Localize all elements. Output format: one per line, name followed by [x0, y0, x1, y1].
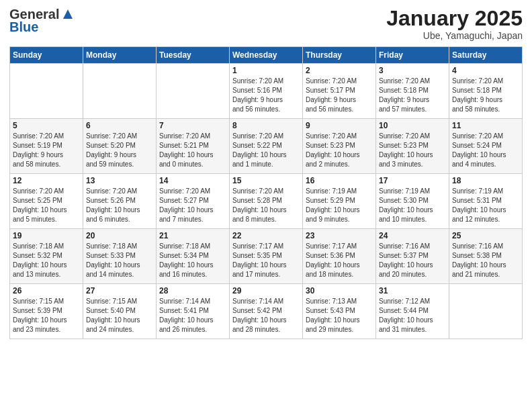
day-info: Sunrise: 7:18 AMSunset: 5:33 PMDaylight:… [86, 242, 153, 279]
calendar-cell: 12Sunrise: 7:20 AMSunset: 5:25 PMDayligh… [10, 174, 83, 229]
calendar-cell [83, 64, 157, 119]
calendar-cell: 26Sunrise: 7:15 AMSunset: 5:39 PMDayligh… [10, 284, 83, 339]
col-monday: Monday [83, 47, 157, 64]
page-header: General Blue January 2025 Ube, Yamaguchi… [9, 7, 523, 41]
day-number: 20 [86, 231, 153, 240]
day-info: Sunrise: 7:12 AMSunset: 5:44 PMDaylight:… [379, 297, 446, 334]
calendar-cell: 19Sunrise: 7:18 AMSunset: 5:32 PMDayligh… [10, 229, 83, 284]
day-number: 26 [13, 286, 80, 295]
col-tuesday: Tuesday [157, 47, 230, 64]
calendar-cell: 28Sunrise: 7:14 AMSunset: 5:41 PMDayligh… [157, 284, 230, 339]
col-thursday: Thursday [303, 47, 376, 64]
day-info: Sunrise: 7:15 AMSunset: 5:39 PMDaylight:… [13, 297, 80, 334]
day-number: 16 [306, 176, 373, 185]
calendar-subtitle: Ube, Yamaguchi, Japan [386, 30, 523, 41]
day-info: Sunrise: 7:19 AMSunset: 5:29 PMDaylight:… [306, 187, 373, 224]
day-number: 10 [379, 121, 446, 130]
calendar-cell: 21Sunrise: 7:18 AMSunset: 5:34 PMDayligh… [157, 229, 230, 284]
day-number: 1 [232, 66, 300, 75]
calendar-cell: 23Sunrise: 7:17 AMSunset: 5:36 PMDayligh… [303, 229, 376, 284]
day-number: 5 [13, 121, 80, 130]
logo: General Blue [9, 7, 75, 35]
day-info: Sunrise: 7:20 AMSunset: 5:16 PMDaylight:… [232, 77, 300, 114]
calendar-cell: 20Sunrise: 7:18 AMSunset: 5:33 PMDayligh… [83, 229, 157, 284]
day-number: 9 [306, 121, 373, 130]
day-number: 31 [379, 286, 446, 295]
calendar-week-1: 1Sunrise: 7:20 AMSunset: 5:16 PMDaylight… [10, 64, 523, 119]
calendar-title: January 2025 [386, 7, 523, 30]
day-number: 17 [379, 176, 446, 185]
day-number: 22 [232, 231, 300, 240]
day-info: Sunrise: 7:19 AMSunset: 5:31 PMDaylight:… [452, 187, 519, 224]
col-saturday: Saturday [449, 47, 523, 64]
day-info: Sunrise: 7:20 AMSunset: 5:27 PMDaylight:… [159, 187, 226, 224]
calendar-cell: 11Sunrise: 7:20 AMSunset: 5:24 PMDayligh… [449, 119, 523, 174]
day-number: 25 [452, 231, 519, 240]
day-info: Sunrise: 7:20 AMSunset: 5:25 PMDaylight:… [13, 187, 80, 224]
day-number: 29 [232, 286, 300, 295]
day-number: 14 [159, 176, 226, 185]
calendar-cell: 9Sunrise: 7:20 AMSunset: 5:23 PMDaylight… [303, 119, 376, 174]
calendar-table: Sunday Monday Tuesday Wednesday Thursday… [9, 46, 523, 339]
day-info: Sunrise: 7:16 AMSunset: 5:38 PMDaylight:… [452, 242, 519, 279]
calendar-cell: 7Sunrise: 7:20 AMSunset: 5:21 PMDaylight… [157, 119, 230, 174]
day-info: Sunrise: 7:20 AMSunset: 5:17 PMDaylight:… [306, 77, 373, 114]
day-info: Sunrise: 7:14 AMSunset: 5:42 PMDaylight:… [232, 297, 300, 334]
day-number: 21 [159, 231, 226, 240]
day-info: Sunrise: 7:20 AMSunset: 5:23 PMDaylight:… [306, 132, 373, 169]
calendar-cell: 8Sunrise: 7:20 AMSunset: 5:22 PMDaylight… [230, 119, 303, 174]
day-number: 24 [379, 231, 446, 240]
day-info: Sunrise: 7:20 AMSunset: 5:28 PMDaylight:… [232, 187, 300, 224]
day-info: Sunrise: 7:20 AMSunset: 5:20 PMDaylight:… [86, 132, 153, 169]
day-number: 27 [86, 286, 153, 295]
day-info: Sunrise: 7:18 AMSunset: 5:34 PMDaylight:… [159, 242, 226, 279]
day-info: Sunrise: 7:13 AMSunset: 5:43 PMDaylight:… [306, 297, 373, 334]
day-number: 28 [159, 286, 226, 295]
calendar-cell: 16Sunrise: 7:19 AMSunset: 5:29 PMDayligh… [303, 174, 376, 229]
day-number: 15 [232, 176, 300, 185]
calendar-cell: 25Sunrise: 7:16 AMSunset: 5:38 PMDayligh… [449, 229, 523, 284]
calendar-cell: 18Sunrise: 7:19 AMSunset: 5:31 PMDayligh… [449, 174, 523, 229]
calendar-cell: 2Sunrise: 7:20 AMSunset: 5:17 PMDaylight… [303, 64, 376, 119]
calendar-cell: 31Sunrise: 7:12 AMSunset: 5:44 PMDayligh… [376, 284, 449, 339]
calendar-cell: 24Sunrise: 7:16 AMSunset: 5:37 PMDayligh… [376, 229, 449, 284]
calendar-cell: 6Sunrise: 7:20 AMSunset: 5:20 PMDaylight… [83, 119, 157, 174]
calendar-cell: 14Sunrise: 7:20 AMSunset: 5:27 PMDayligh… [157, 174, 230, 229]
title-block: January 2025 Ube, Yamaguchi, Japan [386, 7, 523, 41]
day-info: Sunrise: 7:17 AMSunset: 5:35 PMDaylight:… [232, 242, 300, 279]
day-info: Sunrise: 7:19 AMSunset: 5:30 PMDaylight:… [379, 187, 446, 224]
day-number: 18 [452, 176, 519, 185]
calendar-header-row: Sunday Monday Tuesday Wednesday Thursday… [10, 47, 523, 64]
day-number: 6 [86, 121, 153, 130]
day-number: 11 [452, 121, 519, 130]
day-info: Sunrise: 7:20 AMSunset: 5:18 PMDaylight:… [379, 77, 446, 114]
day-info: Sunrise: 7:17 AMSunset: 5:36 PMDaylight:… [306, 242, 373, 279]
day-number: 19 [13, 231, 80, 240]
calendar-cell: 15Sunrise: 7:20 AMSunset: 5:28 PMDayligh… [230, 174, 303, 229]
day-info: Sunrise: 7:15 AMSunset: 5:40 PMDaylight:… [86, 297, 153, 334]
col-wednesday: Wednesday [230, 47, 303, 64]
logo-icon [60, 7, 75, 21]
day-info: Sunrise: 7:20 AMSunset: 5:23 PMDaylight:… [379, 132, 446, 169]
calendar-cell [449, 284, 523, 339]
day-info: Sunrise: 7:20 AMSunset: 5:24 PMDaylight:… [452, 132, 519, 169]
day-info: Sunrise: 7:20 AMSunset: 5:26 PMDaylight:… [86, 187, 153, 224]
calendar-cell: 5Sunrise: 7:20 AMSunset: 5:19 PMDaylight… [10, 119, 83, 174]
calendar-cell: 10Sunrise: 7:20 AMSunset: 5:23 PMDayligh… [376, 119, 449, 174]
day-info: Sunrise: 7:20 AMSunset: 5:19 PMDaylight:… [13, 132, 80, 169]
day-info: Sunrise: 7:14 AMSunset: 5:41 PMDaylight:… [159, 297, 226, 334]
calendar-week-4: 19Sunrise: 7:18 AMSunset: 5:32 PMDayligh… [10, 229, 523, 284]
day-info: Sunrise: 7:20 AMSunset: 5:22 PMDaylight:… [232, 132, 300, 169]
day-info: Sunrise: 7:16 AMSunset: 5:37 PMDaylight:… [379, 242, 446, 279]
day-number: 23 [306, 231, 373, 240]
col-sunday: Sunday [10, 47, 83, 64]
calendar-week-5: 26Sunrise: 7:15 AMSunset: 5:39 PMDayligh… [10, 284, 523, 339]
day-number: 7 [159, 121, 226, 130]
calendar-cell: 1Sunrise: 7:20 AMSunset: 5:16 PMDaylight… [230, 64, 303, 119]
col-friday: Friday [376, 47, 449, 64]
calendar-cell: 17Sunrise: 7:19 AMSunset: 5:30 PMDayligh… [376, 174, 449, 229]
calendar-cell [10, 64, 83, 119]
calendar-cell: 4Sunrise: 7:20 AMSunset: 5:18 PMDaylight… [449, 64, 523, 119]
calendar-week-3: 12Sunrise: 7:20 AMSunset: 5:25 PMDayligh… [10, 174, 523, 229]
calendar-cell: 22Sunrise: 7:17 AMSunset: 5:35 PMDayligh… [230, 229, 303, 284]
